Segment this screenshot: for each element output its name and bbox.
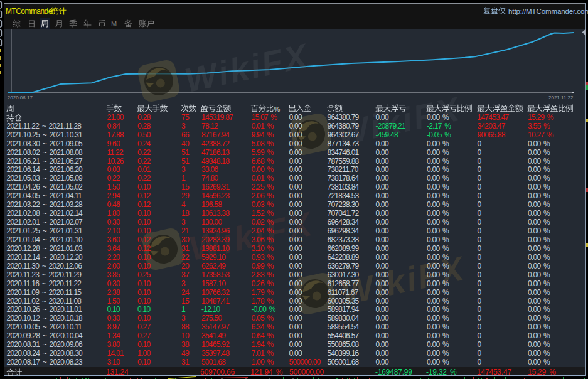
svg-text:WikiFX: WikiFX: [181, 36, 313, 99]
